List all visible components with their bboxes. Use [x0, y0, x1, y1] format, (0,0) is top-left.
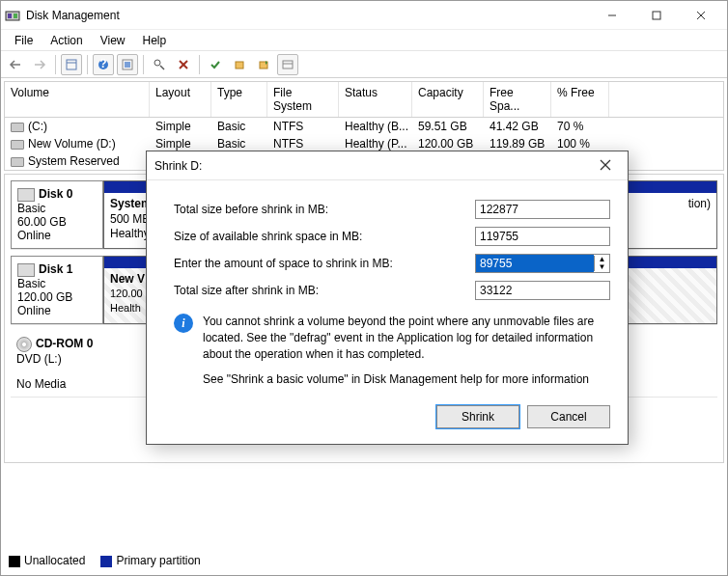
toolbar-icon-4[interactable]: [253, 54, 274, 75]
back-button[interactable]: [5, 54, 26, 75]
disk-info[interactable]: Disk 1 Basic 120.00 GB Online: [11, 256, 103, 324]
label-enter-amount: Enter the amount of space to shrink in M…: [174, 257, 475, 270]
shrink-dialog: Shrink D: Total size before shrink in MB…: [146, 151, 629, 445]
spinner[interactable]: ▲ ▼: [594, 256, 609, 271]
shrink-amount-input[interactable]: 89755 ▲ ▼: [475, 254, 610, 273]
svg-rect-7: [67, 60, 76, 69]
menu-action[interactable]: Action: [42, 32, 90, 49]
dialog-close-button[interactable]: [591, 158, 620, 174]
toolbar: ?: [1, 51, 727, 78]
menu-file[interactable]: File: [7, 32, 41, 49]
spinner-down-icon[interactable]: ▼: [595, 263, 609, 271]
toolbar-icon[interactable]: [61, 54, 82, 75]
col-pctfree[interactable]: % Free: [551, 82, 609, 117]
volume-name: New Volume (D:): [28, 137, 116, 151]
toolbar-icon-5[interactable]: [277, 54, 298, 75]
disk-icon: [17, 188, 35, 202]
col-capacity[interactable]: Capacity: [412, 82, 484, 117]
label-available: Size of available shrink space in MB:: [174, 230, 475, 243]
disk-icon: [17, 263, 35, 277]
checkmark-icon[interactable]: [205, 54, 226, 75]
col-type[interactable]: Type: [211, 82, 267, 117]
dialog-title: Shrink D:: [154, 159, 591, 173]
legend-swatch-unallocated: [9, 556, 20, 567]
app-icon: [5, 8, 20, 23]
delete-icon[interactable]: [173, 54, 194, 75]
window-title: Disk Management: [26, 9, 590, 22]
col-status[interactable]: Status: [339, 82, 412, 117]
svg-rect-19: [283, 61, 293, 69]
legend: Unallocated Primary partition: [9, 554, 201, 567]
toolbar-icon-3[interactable]: [229, 54, 250, 75]
svg-point-13: [154, 60, 160, 66]
field-available: 119755: [475, 227, 610, 246]
svg-text:?: ?: [99, 59, 106, 70]
maximize-button[interactable]: [634, 1, 679, 30]
col-volume[interactable]: Volume: [5, 82, 150, 117]
disk-info[interactable]: CD-ROM 0 DVD (L:) No Media: [11, 331, 103, 397]
shrink-button[interactable]: Shrink: [436, 405, 519, 428]
close-button[interactable]: [679, 1, 723, 30]
svg-rect-12: [125, 62, 130, 68]
forward-button[interactable]: [29, 54, 50, 75]
help-icon[interactable]: ?: [93, 54, 114, 75]
col-free[interactable]: Free Spa...: [484, 82, 551, 117]
label-total-after: Total size after shrink in MB:: [174, 284, 475, 297]
drive-icon: [11, 123, 24, 132]
info-icon: i: [174, 314, 193, 333]
info-help-text: See "Shrink a basic volume" in Disk Mana…: [203, 371, 610, 388]
menu-bar: File Action View Help: [1, 30, 727, 51]
svg-rect-17: [236, 62, 243, 69]
drive-icon: [11, 157, 24, 167]
legend-swatch-primary: [100, 556, 112, 567]
label-total-before: Total size before shrink in MB:: [174, 203, 475, 216]
toolbar-icon-2[interactable]: [117, 54, 138, 75]
volume-row[interactable]: (C:) Simple Basic NTFS Healthy (B... 59.…: [5, 118, 723, 135]
search-icon[interactable]: [149, 54, 170, 75]
info-text: You cannot shrink a volume beyond the po…: [203, 314, 610, 362]
field-total-before: 122877: [475, 200, 610, 219]
svg-rect-2: [14, 14, 17, 18]
svg-rect-4: [653, 12, 660, 19]
field-total-after: 33122: [475, 281, 610, 300]
cdrom-icon: [16, 337, 32, 352]
col-layout[interactable]: Layout: [150, 82, 211, 117]
drive-icon: [11, 140, 24, 150]
svg-rect-1: [8, 14, 12, 18]
menu-view[interactable]: View: [93, 32, 133, 49]
title-bar: Disk Management: [1, 1, 727, 30]
svg-line-14: [160, 66, 164, 69]
minimize-button[interactable]: [590, 1, 634, 30]
volume-name: System Reserved: [28, 154, 120, 168]
menu-help[interactable]: Help: [135, 32, 175, 49]
col-filesystem[interactable]: File System: [267, 82, 339, 117]
volume-name: (C:): [28, 120, 47, 133]
cancel-button[interactable]: Cancel: [527, 405, 610, 428]
disk-info[interactable]: Disk 0 Basic 60.00 GB Online: [11, 180, 103, 249]
